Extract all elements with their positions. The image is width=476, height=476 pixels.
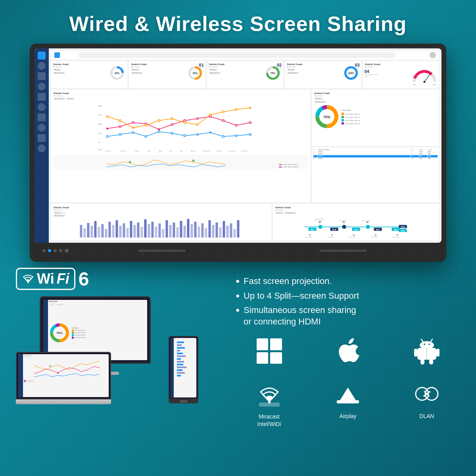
stat5-title: Statistic Graph [365,63,437,65]
svg-point-68 [171,132,173,134]
svg-point-66 [145,136,147,138]
line-chart-panel: Statistic Graph All mentions: All catego… [51,90,310,202]
svg-rect-101 [148,224,150,238]
airplay-svg [334,380,362,408]
donut-title: Statistic Graph [314,92,437,94]
svg-rect-110 [180,221,182,238]
monitor-dot-2 [48,249,51,252]
svg-point-40 [119,126,121,128]
sidebar-icon-8 [38,134,46,142]
svg-text:Lorem ipsum: Lorem ipsum [338,220,346,221]
svg-point-169 [57,372,59,374]
win-tile-3 [257,352,269,364]
svg-rect-121 [219,227,221,238]
svg-rect-111 [183,226,186,238]
svg-point-72 [222,136,224,138]
svg-rect-180 [177,367,186,368]
svg-rect-120 [215,223,218,238]
svg-point-60 [222,111,224,113]
bullet-3: • [236,305,240,316]
svg-point-49 [235,125,237,127]
miracast-label: MiracastIntel/WiDi [257,413,281,427]
svg-text:75%: 75% [271,72,276,75]
svg-rect-82 [80,225,82,238]
svg-text:August: August [191,150,196,152]
dashboard: Statistic Graph All mentions: All stats … [35,48,441,243]
bar-chart-svg [54,217,269,238]
laptop-chart [24,358,108,380]
desktop-mini-sidebar [43,300,48,360]
bullet-1: • [236,276,240,287]
monitor-dot-4 [59,249,62,252]
svg-text:2017: 2017 [376,229,380,231]
svg-rect-91 [112,225,114,238]
donut-chart-svg: 75% [314,104,340,130]
svg-rect-112 [187,219,189,238]
svg-rect-90 [108,222,111,238]
monitor-camera [65,249,69,253]
monitor-bezel [35,243,441,259]
svg-text:01: 01 [309,234,311,236]
svg-point-163 [27,282,29,283]
bullet-2: • [236,290,240,301]
svg-rect-113 [190,224,193,238]
feature-item-2: • Up to 4 Split—screen Support [236,290,460,302]
line-chart-select1: All categories ▾ [54,98,65,100]
svg-point-46 [196,118,198,120]
svg-text:June: June [169,150,173,152]
desktop-mini-main: Statistic Graph All mentions: All stats … [48,300,147,360]
svg-text:03: 03 [331,234,333,236]
feature-item-3: • Simultaneous screen sharingor connecti… [236,305,460,327]
svg-rect-96 [130,221,132,238]
svg-text:25%: 25% [115,72,120,75]
svg-text:50%: 50% [193,72,198,75]
svg-point-39 [106,128,108,130]
svg-rect-104 [158,223,161,238]
line-chart-select2: All stats ▾ [66,98,75,100]
stat2-title: Statistic Graph [131,63,203,65]
svg-text:Tue: Tue [98,114,102,116]
svg-text:Lorem ipsum: Lorem ipsum [315,220,322,221]
feature-text-3: Simultaneous screen sharingor connecting… [244,305,356,327]
sidebar-icon-7 [38,124,46,132]
svg-text:2014: 2014 [310,229,315,231]
svg-text:February: February [120,150,126,152]
monitor-dot-3 [54,249,57,252]
wifi-version: 6 [79,268,89,290]
svg-line-188 [421,339,423,342]
svg-point-57 [184,122,186,124]
svg-rect-191 [436,349,440,357]
svg-rect-89 [105,229,107,238]
svg-text:2018: 2018 [393,229,398,231]
stat-card-2: Statistic Graph All mentions: All stats … [129,61,205,88]
sidebar-icon-9 [38,144,46,152]
sidebar-icon-1 [38,62,46,70]
svg-text:October: October [217,150,223,152]
airplay-label: Airplay [340,413,357,419]
donut-select1: All stats ▾ [314,98,322,100]
svg-text:03: 03 [396,234,398,236]
svg-rect-179 [177,364,183,365]
icon-item-dlan: DLAN [393,378,460,427]
donut-sub: All mentions: [314,95,437,97]
phone-chart [174,340,196,379]
svg-rect-119 [212,225,214,238]
stat3-chart: 75% [266,66,280,80]
stat1-chart: 25% [110,66,124,80]
miracast-svg [255,380,284,408]
svg-point-43 [158,129,160,131]
svg-point-53 [132,127,134,129]
stat-card-4: Statistic Graph All mentions: All stats … [285,61,361,88]
stat3-select1: All stats ▾ [209,69,217,71]
apple-svg [336,337,360,365]
svg-text:dolor sit amet: dolor sit amet [315,218,323,220]
svg-point-50 [249,122,251,124]
svg-point-136 [366,225,370,229]
svg-text:Sat: Sat [98,148,102,151]
svg-point-59 [209,114,211,116]
svg-point-55 [158,120,160,122]
timeline-select1: All stats ▾ [275,212,284,214]
phone-home-button [180,400,188,403]
svg-point-41 [132,122,134,124]
svg-text:100%: 100% [348,72,355,75]
